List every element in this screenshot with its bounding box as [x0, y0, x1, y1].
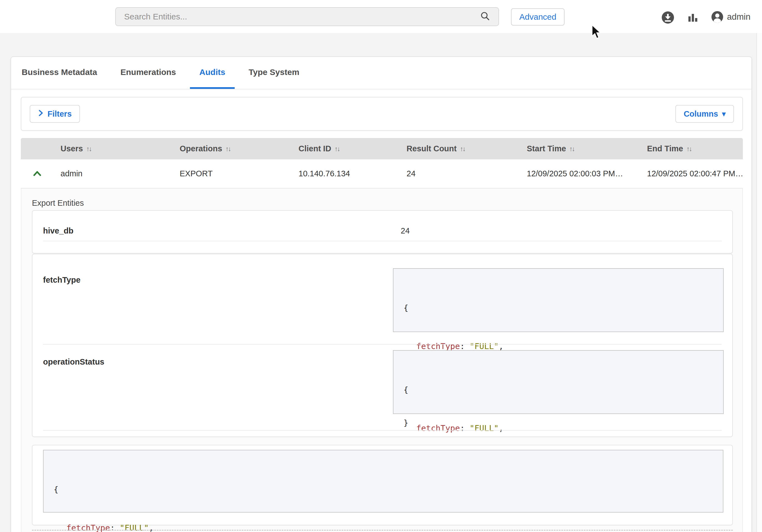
vertical-scrollbar[interactable]	[756, 33, 762, 532]
user-menu[interactable]: admin	[712, 11, 750, 23]
cell-user: admin	[53, 169, 173, 178]
column-header-client-id[interactable]: Client ID ↑↓	[292, 144, 400, 153]
statistics-bar-chart-icon[interactable]	[688, 13, 698, 23]
search-icon[interactable]	[480, 11, 490, 22]
sort-icon[interactable]: ↑↓	[460, 145, 465, 153]
tab-enumerations[interactable]: Enumerations	[111, 57, 186, 89]
json-code-block-operationstatus: { fetchType: "FULL", operationStatus: "S…	[393, 350, 724, 414]
columns-button[interactable]: Columns ▾	[675, 105, 734, 123]
sort-icon[interactable]: ↑↓	[335, 145, 340, 153]
column-header-end-time[interactable]: End Time ↑↓	[640, 144, 743, 153]
administration-card: Business Metadata Enumerations Audits Ty…	[11, 56, 752, 532]
topbar: Advanced	[0, 0, 762, 33]
cell-operation: EXPORT	[173, 169, 292, 178]
json-key: fetchType	[416, 423, 460, 433]
result-json-panel: { fetchType: "FULL", operationStatus: "S…	[32, 445, 733, 525]
section-divider	[43, 344, 722, 344]
filters-button-label: Filters	[47, 110, 72, 118]
filters-button[interactable]: Filters	[30, 105, 80, 123]
filters-panel: Filters Columns ▾	[21, 97, 743, 131]
export-entities-title: Export Entities	[32, 198, 84, 208]
caret-down-icon: ▾	[722, 110, 725, 118]
entity-search-box[interactable]	[115, 7, 499, 26]
json-key: fetchType	[416, 342, 460, 351]
tab-audits[interactable]: Audits	[190, 57, 235, 89]
chevron-up-icon	[33, 169, 41, 178]
export-entity-row: hive_db 24	[43, 221, 722, 241]
download-icon[interactable]	[661, 11, 674, 25]
entity-type-name: hive_db	[43, 226, 74, 235]
cell-start-time: 12/09/2025 02:00:03 PM…	[520, 169, 640, 178]
tab-type-system[interactable]: Type System	[239, 57, 309, 89]
administration-page: Advanced	[0, 0, 762, 532]
export-entities-panel: hive_db 24	[32, 210, 733, 254]
audit-table-row[interactable]: admin EXPORT 10.140.76.134 24 12/09/2025…	[21, 159, 743, 189]
cell-end-time: 12/09/2025 02:00:47 PM…	[640, 169, 743, 178]
json-value: "FULL"	[470, 423, 499, 433]
json-code-block-result: { fetchType: "FULL", operationStatus: "S…	[43, 450, 724, 512]
tabs-bar: Business Metadata Enumerations Audits Ty…	[11, 57, 751, 89]
tab-business-metadata[interactable]: Business Metadata	[12, 57, 107, 89]
property-label-operationstatus: operationStatus	[43, 357, 105, 366]
sort-icon[interactable]: ↑↓	[569, 145, 574, 153]
sort-icon[interactable]: ↑↓	[225, 145, 230, 153]
chevron-right-icon	[38, 109, 43, 119]
json-key: fetchType	[66, 523, 110, 532]
table-header-row: Users ↑↓ Operations ↑↓ Client ID ↑↓ Resu…	[21, 138, 743, 159]
entity-count: 24	[401, 226, 410, 235]
advanced-search-button[interactable]: Advanced	[511, 8, 565, 26]
user-avatar-icon	[712, 11, 723, 23]
column-header-result-count[interactable]: Result Count ↑↓	[400, 144, 520, 153]
column-header-users[interactable]: Users ↑↓	[53, 144, 173, 153]
column-header-start-time[interactable]: Start Time ↑↓	[520, 144, 640, 153]
username-label: admin	[727, 12, 750, 22]
row-expander[interactable]	[21, 169, 53, 178]
cell-client-id: 10.140.76.134	[292, 169, 400, 178]
sort-icon[interactable]: ↑↓	[86, 145, 91, 153]
json-value: "FULL"	[470, 342, 499, 351]
audit-table: Users ↑↓ Operations ↑↓ Client ID ↑↓ Resu…	[21, 138, 743, 189]
property-label-fetchtype: fetchType	[43, 275, 81, 285]
dashed-divider	[32, 530, 733, 531]
operation-params-panel: fetchType { fetchType: "FULL", operation…	[32, 254, 733, 437]
section-divider	[43, 430, 722, 431]
sort-icon[interactable]: ↑↓	[686, 145, 691, 153]
cell-result-count: 24	[400, 169, 520, 178]
json-value: "FULL"	[120, 523, 149, 532]
mouse-cursor	[591, 25, 602, 41]
columns-button-label: Columns	[684, 110, 718, 118]
column-header-operations[interactable]: Operations ↑↓	[173, 144, 292, 153]
json-code-block-fetchtype: { fetchType: "FULL", operationStatus: "S…	[393, 268, 724, 332]
audit-row-details: Export Entities hive_db 24 fetchType { f…	[21, 189, 743, 532]
search-input[interactable]	[124, 12, 475, 21]
